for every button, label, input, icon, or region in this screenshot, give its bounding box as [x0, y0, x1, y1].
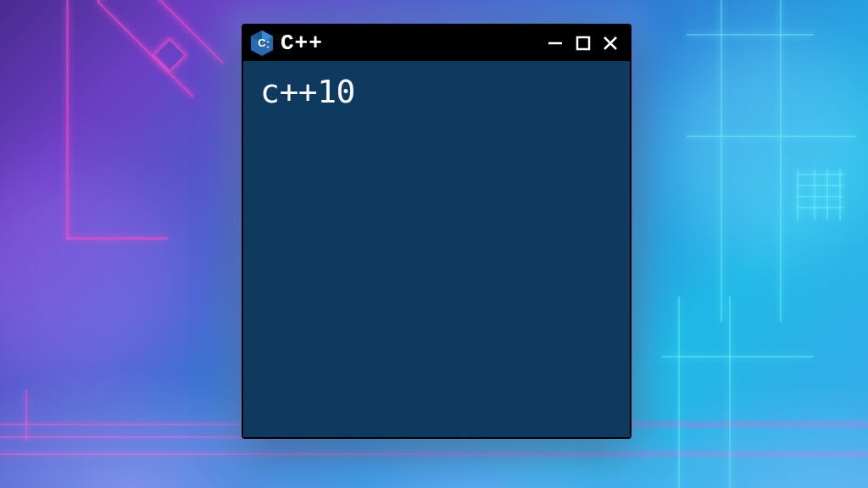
window-title: C++: [281, 30, 538, 56]
window-controls: [545, 32, 621, 54]
maximize-button[interactable]: [572, 32, 594, 54]
app-window: C + + C++: [242, 24, 632, 439]
svg-rect-7: [577, 37, 589, 49]
svg-text:C: C: [258, 36, 266, 49]
titlebar[interactable]: C + + C++: [243, 25, 630, 61]
maximize-icon: [575, 35, 592, 52]
terminal-content[interactable]: c++10: [243, 61, 630, 437]
terminal-output: c++10: [260, 73, 613, 110]
close-button[interactable]: [599, 32, 621, 54]
minimize-icon: [547, 34, 565, 53]
svg-text:+: +: [266, 44, 270, 49]
minimize-button[interactable]: [545, 32, 567, 54]
close-icon: [601, 34, 620, 53]
cpp-logo-icon: C + +: [250, 30, 274, 57]
